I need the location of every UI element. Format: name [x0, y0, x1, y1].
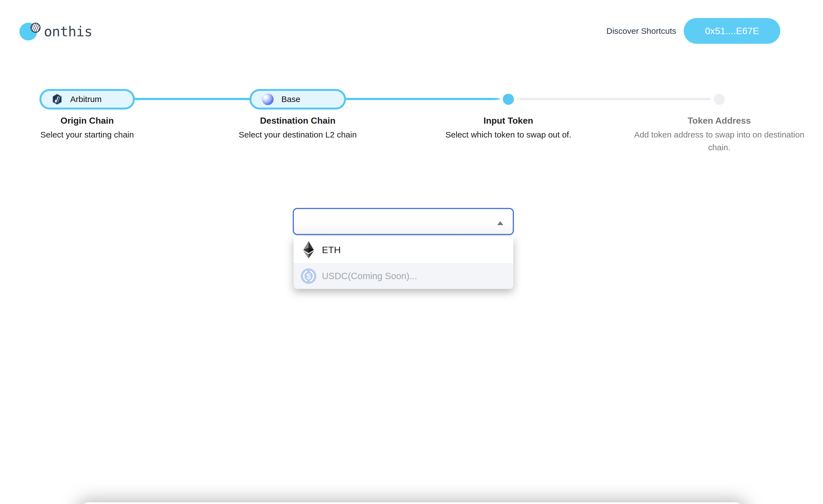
svg-text:$: $ — [306, 272, 311, 280]
input-token-menu: ETH $ USDC(Coming Soon)... — [294, 236, 513, 289]
header-nav: Discover Shortcuts 0x51....E67E — [606, 18, 780, 44]
step-title: Input Token — [411, 115, 606, 126]
step-subtitle: Select which token to swap out of. — [411, 129, 606, 141]
icon-box: $ — [301, 268, 316, 284]
brand-hatch-circle-icon — [30, 23, 40, 33]
step-title: Origin Chain — [0, 115, 184, 126]
stepper-connector-inactive — [517, 98, 710, 100]
discover-shortcuts-link[interactable]: Discover Shortcuts — [606, 26, 676, 36]
destination-chain-chip[interactable]: Base — [250, 89, 346, 109]
stepper-connector-active-2 — [344, 98, 500, 100]
step-token-address-dot — [714, 94, 725, 105]
wallet-address-button[interactable]: 0x51....E67E — [684, 18, 780, 44]
step-subtitle: Select your destination L2 chain — [201, 129, 395, 141]
origin-chain-chip-label: Arbitrum — [70, 94, 102, 104]
destination-chain-chip-label: Base — [281, 94, 300, 104]
ethereum-icon — [303, 241, 314, 258]
arbitrum-icon — [52, 93, 62, 105]
caret-up-icon — [497, 221, 503, 225]
step-input-token: Input Token Select which token to swap o… — [411, 115, 606, 141]
input-token-select[interactable] — [293, 208, 514, 235]
step-subtitle: Select your starting chain — [0, 129, 184, 141]
brand-name: onthis — [44, 24, 93, 39]
step-subtitle: Add token address to swap into on destin… — [626, 129, 813, 154]
stepper-connector-active-1 — [130, 98, 253, 100]
token-option-label: ETH — [322, 245, 341, 255]
step-origin-chain: Origin Chain Select your starting chain — [0, 115, 184, 141]
step-title: Token Address — [626, 115, 813, 126]
bottom-card-shadow — [80, 502, 744, 504]
step-token-address: Token Address Add token address to swap … — [626, 115, 813, 154]
step-destination-chain: Destination Chain Select your destinatio… — [201, 115, 395, 141]
base-icon — [262, 93, 274, 105]
origin-chain-chip[interactable]: Arbitrum — [39, 89, 135, 109]
usdc-icon: $ — [301, 268, 316, 284]
step-input-token-dot — [503, 94, 514, 105]
token-option-eth[interactable]: ETH — [294, 236, 513, 263]
token-option-label: USDC(Coming Soon)... — [322, 271, 417, 281]
onthis-swap-page: onthis Discover Shortcuts 0x51....E67E A… — [0, 0, 823, 504]
step-title: Destination Chain — [201, 115, 395, 126]
icon-box — [301, 241, 316, 258]
token-option-usdc[interactable]: $ USDC(Coming Soon)... — [294, 263, 513, 289]
